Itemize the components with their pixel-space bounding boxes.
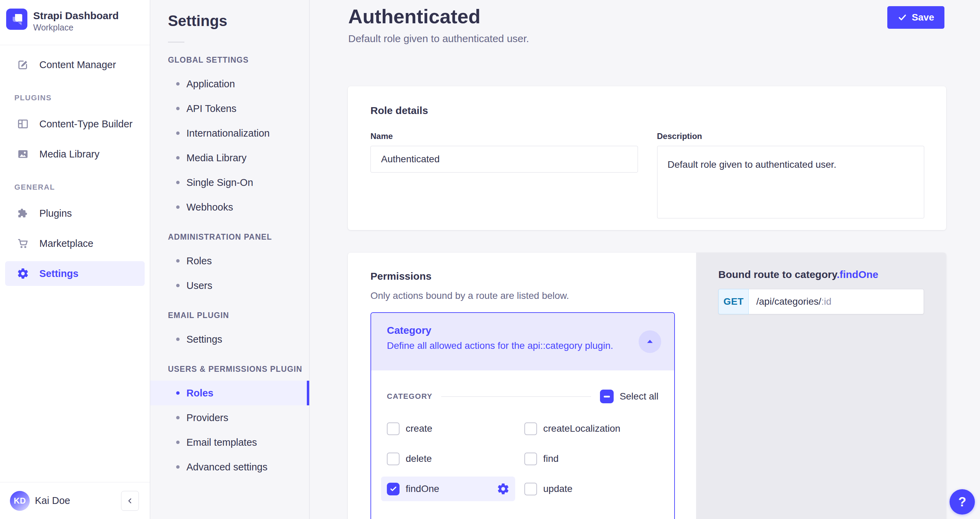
image-icon	[17, 148, 29, 160]
subnav-item-email-settings[interactable]: Settings	[150, 327, 309, 351]
sidebar-section-plugins: PLUGINS	[14, 93, 150, 102]
sidebar-item-label: Content-Type Builder	[39, 118, 132, 130]
subnav-item-internationalization[interactable]: Internationalization	[150, 121, 309, 145]
category-group-label: CATEGORY	[387, 392, 432, 401]
name-field[interactable]	[371, 146, 638, 172]
subnav-item-application[interactable]: Application	[150, 72, 309, 96]
gear-icon	[17, 267, 29, 280]
checkbox[interactable]	[387, 422, 399, 435]
page-title: Authenticated	[348, 5, 480, 28]
accordion-body: CATEGORY Select all create createLocaliz…	[371, 370, 674, 501]
bound-route-pane: Bound route to category.findOne GET /api…	[696, 253, 946, 519]
sidebar-item-plugins[interactable]: Plugins	[5, 201, 145, 225]
sidebar-item-label: Content Manager	[39, 59, 116, 70]
accordion-title: Category	[387, 324, 674, 336]
bullet-icon	[176, 181, 180, 184]
puzzle-icon	[17, 207, 29, 219]
action-row-update[interactable]: update	[519, 477, 653, 501]
sidebar-item-marketplace[interactable]: Marketplace	[5, 231, 145, 256]
description-field[interactable]: Default role given to authenticated user…	[657, 146, 924, 219]
avatar: KD	[10, 491, 30, 511]
sidebar-item-content-manager[interactable]: Content Manager	[5, 53, 145, 77]
action-row-delete[interactable]: delete	[381, 446, 515, 471]
permissions-card: Permissions Only actions bound by a rout…	[348, 253, 946, 519]
permissions-heading: Permissions	[371, 270, 696, 282]
save-button[interactable]: Save	[887, 6, 944, 29]
chevron-up-icon	[645, 337, 655, 347]
action-row-find[interactable]: find	[519, 446, 653, 471]
select-all-label: Select all	[619, 391, 659, 402]
collapse-accordion-button[interactable]	[639, 331, 661, 353]
bullet-icon	[176, 259, 180, 263]
subnav-title: Settings	[168, 12, 309, 29]
description-label: Description	[657, 131, 924, 141]
bullet-icon	[176, 284, 180, 287]
http-method-badge: GET	[718, 289, 749, 314]
cart-icon	[17, 237, 29, 249]
select-all-checkbox[interactable]	[600, 390, 614, 403]
checkbox[interactable]	[524, 483, 537, 495]
check-icon	[897, 13, 907, 22]
layout-icon	[17, 118, 29, 130]
category-accordion: Category Define all allowed actions for …	[371, 312, 675, 519]
route-display: GET /api/categories/:id	[718, 289, 924, 314]
checkbox-checked[interactable]	[387, 483, 399, 495]
role-details-heading: Role details	[371, 105, 924, 117]
collapse-sidebar-button[interactable]	[121, 491, 139, 511]
chevron-left-icon	[126, 497, 134, 505]
checkbox[interactable]	[387, 453, 399, 465]
divider	[168, 42, 185, 42]
sidebar-item-content-type-builder[interactable]: Content-Type Builder	[5, 112, 145, 136]
subnav-item-providers[interactable]: Providers	[150, 406, 309, 430]
subnav-item-up-roles[interactable]: Roles	[150, 381, 309, 406]
help-button[interactable]: ?	[950, 489, 975, 514]
bullet-icon	[176, 131, 180, 135]
sidebar-item-media-library[interactable]: Media Library	[5, 142, 145, 166]
name-label: Name	[371, 131, 638, 141]
bullet-icon	[176, 465, 180, 469]
subnav-item-media-library[interactable]: Media Library	[150, 145, 309, 170]
action-row-findone[interactable]: findOne	[381, 477, 515, 501]
subnav-group-administration-panel: ADMINISTRATION PANEL	[168, 233, 309, 241]
permissions-pane: Permissions Only actions bound by a rout…	[348, 253, 696, 519]
subnav-item-admin-roles[interactable]: Roles	[150, 249, 309, 273]
main-sidebar: Strapi Dashboard Workplace Content Manag…	[0, 0, 150, 519]
subnav-item-webhooks[interactable]: Webhooks	[150, 195, 309, 219]
sidebar-item-label: Settings	[39, 268, 78, 279]
workspace-name: Workplace	[33, 22, 119, 32]
subnav-item-single-sign-on[interactable]: Single Sign-On	[150, 170, 309, 195]
permissions-subtitle: Only actions bound by a route are listed…	[371, 290, 696, 301]
action-row-createlocalization[interactable]: createLocalization	[519, 416, 653, 441]
bullet-icon	[176, 416, 180, 419]
active-indicator	[307, 381, 309, 406]
sidebar-item-label: Media Library	[39, 149, 100, 160]
user-name: Kai Doe	[35, 495, 121, 506]
sidebar-section-general: GENERAL	[14, 183, 150, 192]
app-title: Strapi Dashboard	[33, 10, 119, 22]
sidebar-item-settings[interactable]: Settings	[5, 261, 145, 286]
subnav-item-admin-users[interactable]: Users	[150, 273, 309, 298]
minus-icon	[604, 396, 610, 398]
divider	[441, 396, 591, 397]
subnav-item-api-tokens[interactable]: API Tokens	[150, 96, 309, 121]
sidebar-item-label: Marketplace	[39, 238, 93, 249]
bullet-icon	[176, 156, 180, 160]
subnav-item-email-templates[interactable]: Email templates	[150, 430, 309, 455]
subnav-item-advanced-settings[interactable]: Advanced settings	[150, 455, 309, 479]
bound-route-heading: Bound route to category.findOne	[718, 268, 946, 281]
actions-grid: create createLocalization delete fi	[381, 416, 659, 501]
workspace-header[interactable]: Strapi Dashboard Workplace	[0, 0, 150, 30]
bullet-icon	[176, 205, 180, 209]
category-accordion-header[interactable]: Category Define all allowed actions for …	[371, 313, 674, 370]
action-row-create[interactable]: create	[381, 416, 515, 441]
action-settings-gear-icon[interactable]	[497, 482, 510, 495]
subnav-group-global-settings: GLOBAL SETTINGS	[168, 56, 309, 64]
user-section: KD Kai Doe	[0, 482, 150, 519]
subnav-group-email-plugin: EMAIL PLUGIN	[168, 311, 309, 319]
checkbox[interactable]	[524, 422, 537, 435]
bullet-icon	[176, 391, 180, 395]
checkbox[interactable]	[524, 453, 537, 465]
divider	[0, 45, 150, 45]
subnav-group-users-permissions: USERS & PERMISSIONS PLUGIN	[168, 365, 309, 373]
bullet-icon	[176, 82, 180, 86]
